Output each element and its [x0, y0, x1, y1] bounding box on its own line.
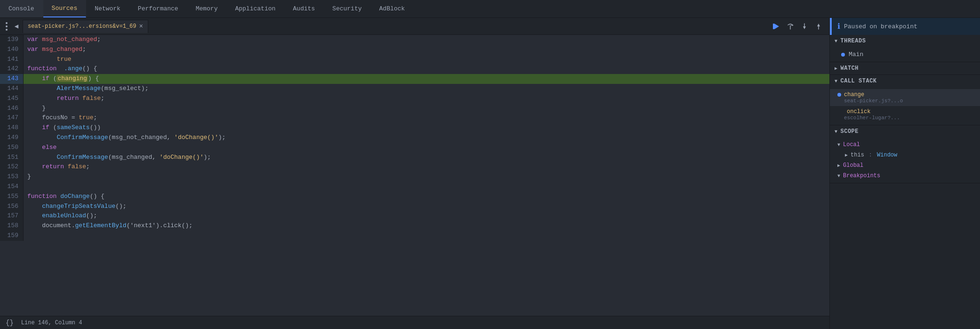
callstack-src-onclick: escolher-lugar?...	[837, 115, 972, 121]
line-content: enableUnload();	[24, 211, 829, 221]
line-content: function .ange() {	[24, 64, 829, 74]
scope-local-label: Local	[843, 141, 860, 148]
line-number: 148	[0, 123, 24, 133]
source-tab-close-icon[interactable]: ×	[139, 23, 143, 30]
navigate-back-icon[interactable]: ◀	[11, 21, 22, 32]
table-row: 147 focusNo = true;	[0, 113, 829, 123]
callstack-content: change seat-picker.js?...o onclick escol…	[830, 87, 980, 125]
line-number: 158	[0, 221, 24, 231]
callstack-label: Call Stack	[841, 78, 877, 84]
tab-sources[interactable]: Sources	[43, 0, 87, 17]
step-out-icon[interactable]	[813, 21, 824, 32]
line-number: 144	[0, 84, 24, 94]
line-content: return false;	[24, 162, 829, 172]
tabs-menu-button[interactable]	[2, 19, 11, 33]
tab-network[interactable]: Network	[86, 0, 129, 17]
table-row: 146 }	[0, 104, 829, 114]
table-row: 141 true	[0, 55, 829, 65]
line-content: return false;	[24, 94, 829, 104]
line-content: changeTripSeatsValue();	[24, 202, 829, 212]
code-editor[interactable]: 139 var msg_not_changed; 140 var msg_cha…	[0, 35, 829, 316]
callstack-item-onclick[interactable]: onclick escolher-lugar?...	[830, 106, 980, 123]
callstack-header[interactable]: ▼ Call Stack	[830, 75, 980, 87]
svg-marker-0	[774, 24, 779, 29]
line-number: 147	[0, 113, 24, 123]
watch-section: ▶ Watch	[830, 62, 980, 75]
callstack-fn-onclick: onclick	[847, 108, 870, 115]
line-content: ConfirmMessage(msg_not_changed, 'doChang…	[24, 133, 829, 143]
step-into-icon[interactable]	[799, 21, 810, 32]
table-row: 148 if (sameSeats())	[0, 123, 829, 133]
line-content: AlertMessage(msg_select);	[24, 84, 829, 94]
cursor-position: Line 146, Column 4	[21, 320, 82, 326]
line-number: 150	[0, 143, 24, 153]
table-row: 144 AlertMessage(msg_select);	[0, 84, 829, 94]
threads-label: Threads	[841, 38, 866, 44]
scope-breakpoints-item[interactable]: ▼ Breakpoints	[830, 171, 980, 181]
svg-marker-7	[817, 24, 820, 26]
line-content: if (sameSeats())	[24, 123, 829, 133]
table-row: 154	[0, 182, 829, 192]
line-number: 149	[0, 133, 24, 143]
tab-adblock[interactable]: AdBlock	[371, 0, 414, 17]
resume-script-icon[interactable]	[771, 21, 781, 32]
watch-header[interactable]: ▶ Watch	[830, 62, 980, 74]
table-row: 150 else	[0, 143, 829, 153]
table-row: 156 changeTripSeatsValue();	[0, 202, 829, 212]
tab-security[interactable]: Security	[324, 0, 370, 17]
main-layout: ◀ seat-picker.js?...ersions&v=1_69 ×	[0, 18, 980, 329]
tab-memory[interactable]: Memory	[187, 0, 227, 17]
line-content: var msg_not_changed;	[24, 35, 829, 45]
scope-global-item[interactable]: ▶ Global	[830, 160, 980, 171]
line-content: focusNo = true;	[24, 113, 829, 123]
line-content	[24, 182, 829, 192]
scope-local-chevron: ▼	[837, 142, 840, 148]
scope-global-label: Global	[843, 162, 863, 169]
threads-content: Main	[830, 47, 980, 62]
scope-breakpoints-label: Breakpoints	[843, 173, 880, 179]
line-number: 139	[0, 35, 24, 45]
callstack-chevron: ▼	[835, 79, 838, 84]
step-over-icon[interactable]	[785, 21, 795, 32]
table-row: 139 var msg_not_changed;	[0, 35, 829, 45]
source-tabs-actions	[767, 21, 827, 32]
table-row: 142 function .ange() {	[0, 64, 829, 74]
line-number: 152	[0, 162, 24, 172]
callstack-item-change[interactable]: change seat-picker.js?...o	[830, 89, 980, 106]
table-row: 140 var msg_changed;	[0, 45, 829, 55]
source-tab-active[interactable]: seat-picker.js?...ersions&v=1_69 ×	[23, 20, 148, 33]
source-panel: ◀ seat-picker.js?...ersions&v=1_69 ×	[0, 18, 829, 329]
callstack-section: ▼ Call Stack change seat-picker.js?...o …	[830, 75, 980, 125]
tab-application[interactable]: Application	[226, 0, 284, 17]
table-row: 159	[0, 231, 829, 241]
tab-audits[interactable]: Audits	[284, 0, 324, 17]
line-number: 154	[0, 182, 24, 192]
tab-console[interactable]: Console	[0, 0, 43, 17]
threads-header[interactable]: ▼ Threads	[830, 35, 980, 47]
line-content: }	[24, 104, 829, 114]
scope-this-value: Window	[877, 152, 897, 158]
info-icon: ℹ	[837, 22, 840, 31]
paused-banner-text: Paused on breakpoint	[844, 23, 917, 30]
scope-section: ▼ Scope ▼ Local ▶ this : Window ▶	[830, 125, 980, 183]
table-row: 152 return false;	[0, 162, 829, 172]
callstack-src-change: seat-picker.js?...o	[837, 98, 972, 104]
paused-banner: ℹ Paused on breakpoint	[830, 18, 980, 35]
line-number: 142	[0, 64, 24, 74]
line-content: }	[24, 172, 829, 182]
callstack-dot-icon	[837, 93, 841, 97]
code-lines: 139 var msg_not_changed; 140 var msg_cha…	[0, 35, 829, 241]
scope-this-item[interactable]: ▶ this : Window	[830, 150, 980, 160]
thread-main-label: Main	[849, 51, 863, 58]
line-number: 157	[0, 211, 24, 221]
right-panel: ℹ Paused on breakpoint ▼ Threads Main ▶ …	[829, 18, 980, 329]
table-row: 157 enableUnload();	[0, 211, 829, 221]
tab-performance[interactable]: Performance	[129, 0, 187, 17]
scope-breakpoints-chevron: ▼	[837, 173, 840, 179]
thread-main-item[interactable]: Main	[830, 49, 980, 60]
scope-header[interactable]: ▼ Scope	[830, 125, 980, 138]
scope-local-item[interactable]: ▼ Local	[830, 140, 980, 150]
thread-dot-icon	[841, 53, 845, 57]
format-icon[interactable]: {}	[6, 319, 14, 327]
scope-this-label: this	[851, 152, 864, 158]
